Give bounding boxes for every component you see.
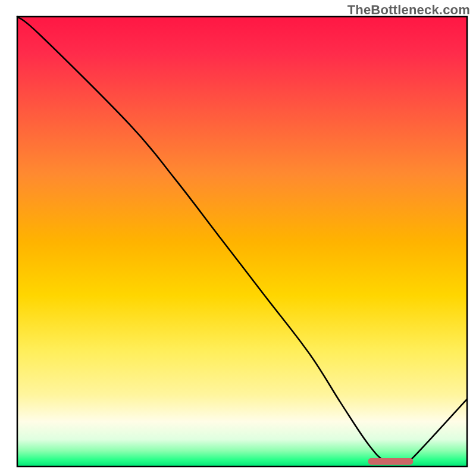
- chart-background: [17, 17, 467, 466]
- bottleneck-chart: [0, 0, 476, 476]
- watermark-text: TheBottleneck.com: [347, 2, 470, 18]
- optimal-range-marker: [368, 458, 414, 465]
- chart-container: TheBottleneck.com: [0, 0, 476, 476]
